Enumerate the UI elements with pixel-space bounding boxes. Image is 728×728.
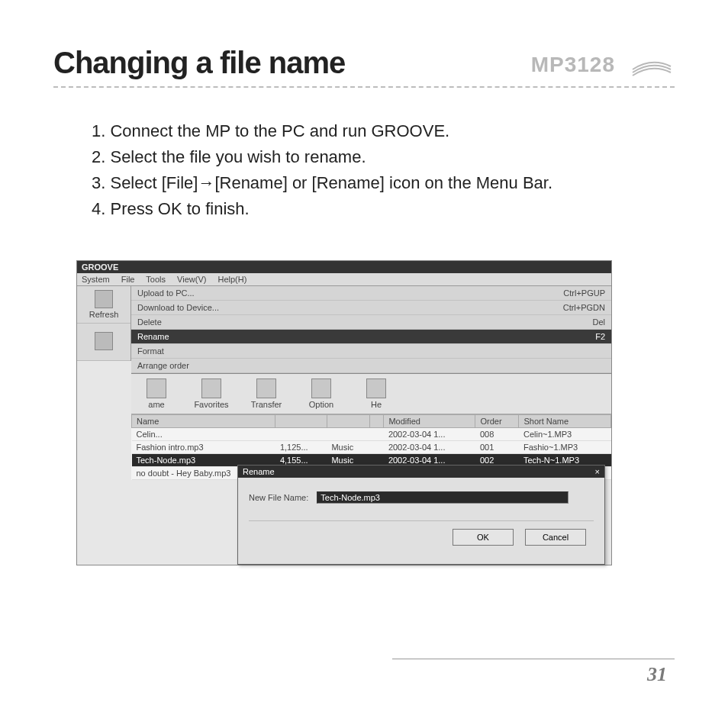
menu-item-upload[interactable]: Upload to PC...Ctrl+PGUP (131, 286, 611, 301)
footer-rule (392, 659, 675, 659)
toolbar-btn-name[interactable]: ame (140, 378, 172, 409)
book-logo-icon (629, 50, 675, 80)
transfer-icon (256, 378, 276, 398)
close-icon[interactable]: × (595, 467, 600, 476)
cancel-button[interactable]: Cancel (525, 529, 586, 546)
toolbar-btn-favorites[interactable]: Favorites (195, 378, 227, 409)
page-number: 31 (647, 663, 667, 686)
ok-button[interactable]: OK (453, 529, 514, 546)
favorites-icon (201, 378, 221, 398)
menu-view[interactable]: View(V) (177, 275, 206, 284)
option-icon (311, 378, 331, 398)
table-row[interactable]: Celin... 2002-03-04 1...008Celin~1.MP3 (132, 428, 611, 441)
step-2: 2. Select the file you wish to rename. (92, 144, 675, 170)
refresh-button[interactable]: Refresh (77, 286, 130, 324)
menu-item-download[interactable]: Download to Device...Ctrl+PGDN (131, 301, 611, 315)
menu-item-format[interactable]: Format (131, 344, 611, 359)
menu-system[interactable]: System (82, 275, 110, 284)
new-filename-input[interactable] (317, 491, 569, 504)
file-menu-dropdown[interactable]: Upload to PC...Ctrl+PGUP Download to Dev… (131, 286, 611, 374)
step-4: 4. Press OK to finish. (92, 196, 675, 222)
app-screenshot: GROOVE System File Tools View(V) Help(H)… (76, 260, 612, 565)
toolbar-btn-help[interactable]: He (360, 378, 392, 409)
instruction-steps: 1. Connect the MP to the PC and run GROO… (53, 118, 675, 222)
step-3: 3. Select [File]→[Rename] or [Rename] ic… (92, 170, 675, 196)
menu-item-rename[interactable]: RenameF2 (131, 330, 611, 344)
page-title: Changing a file name (53, 46, 345, 80)
toolbar-icon (95, 332, 113, 350)
dialog-title: Rename (243, 467, 275, 476)
menu-item-delete[interactable]: DeleteDel (131, 315, 611, 330)
name-icon (147, 378, 166, 398)
help-icon (366, 378, 386, 398)
refresh-label: Refresh (89, 310, 119, 319)
menu-item-arrange[interactable]: Arrange order (131, 359, 611, 373)
refresh-icon (95, 290, 113, 308)
toolbar-btn-transfer[interactable]: Transfer (250, 378, 282, 409)
menu-tools[interactable]: Tools (146, 275, 166, 284)
table-header-row: Name Modified Order Short Name (132, 415, 611, 428)
step-1: 1. Connect the MP to the PC and run GROO… (92, 118, 675, 144)
table-row[interactable]: Fashion intro.mp31,125...Music 2002-03-0… (132, 441, 611, 454)
menu-file[interactable]: File (121, 275, 135, 284)
model-label: MP3128 (531, 53, 615, 77)
new-filename-label: New File Name: (249, 493, 308, 502)
window-title: GROOVE (77, 261, 611, 273)
toolbar-button-2[interactable] (77, 324, 130, 361)
icon-toolbar: ame Favorites Transfer Option He (131, 374, 611, 414)
left-toolbar: Refresh (77, 286, 131, 361)
header-divider (53, 86, 675, 88)
toolbar-btn-option[interactable]: Option (305, 378, 337, 409)
menu-bar[interactable]: System File Tools View(V) Help(H) (77, 273, 611, 286)
menu-help[interactable]: Help(H) (217, 275, 246, 284)
rename-dialog: Rename × New File Name: OK Cancel (237, 465, 605, 565)
